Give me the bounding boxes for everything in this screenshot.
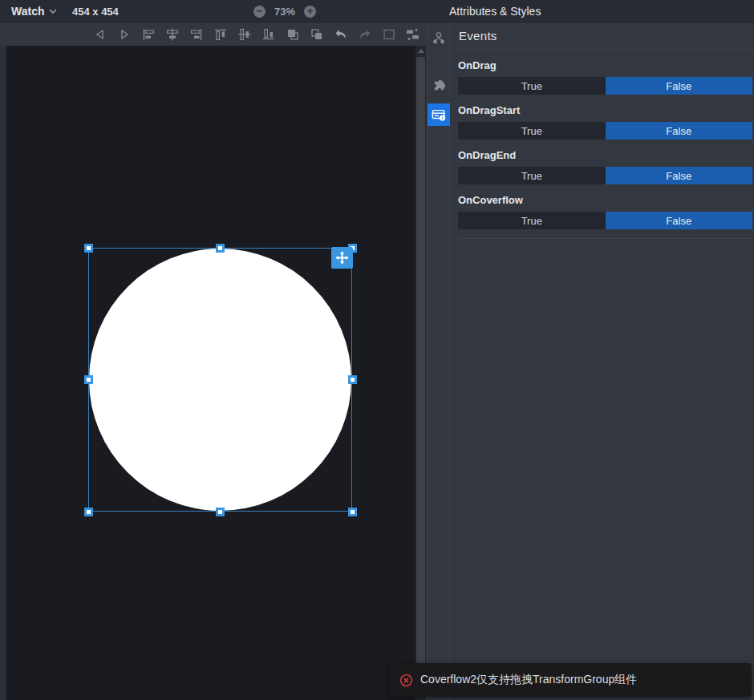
device-dropdown[interactable]: Watch xyxy=(11,0,57,22)
ondragend-true-button[interactable]: True xyxy=(458,167,606,184)
bring-forward-icon[interactable] xyxy=(285,27,300,42)
ondrag-false-button[interactable]: False xyxy=(606,77,753,95)
frame-icon[interactable] xyxy=(381,27,396,42)
zoom-controls: − 73% + xyxy=(253,0,316,22)
next-icon[interactable] xyxy=(116,27,132,42)
canvas-vertical-scrollbar[interactable] xyxy=(416,46,426,700)
ondrag-toggle: True False xyxy=(458,77,752,95)
canvas-toolbar xyxy=(0,23,427,46)
redo-icon[interactable] xyxy=(357,27,372,42)
error-circle-icon xyxy=(399,674,413,687)
app-root: Watch 454 x 454 − 73% + Attributes & Sty… xyxy=(0,0,754,700)
scrollbar-thumb[interactable] xyxy=(416,57,425,687)
selected-circle-shape[interactable] xyxy=(89,249,351,511)
align-center-horizontal-icon[interactable] xyxy=(164,27,180,42)
resize-handle-bottom-center[interactable] xyxy=(216,508,225,516)
align-top-icon[interactable] xyxy=(213,27,228,42)
panel-body: Events OnDrag True False OnDragStart Tru… xyxy=(451,22,754,700)
scroll-up-arrow[interactable] xyxy=(416,46,426,56)
events-section-title: Events xyxy=(451,22,754,50)
attributes-panel-icon[interactable]: i xyxy=(428,103,450,126)
resize-handle-top-left[interactable] xyxy=(84,244,93,253)
resize-handle-bottom-left[interactable] xyxy=(84,508,93,516)
resize-handle-middle-right[interactable] xyxy=(348,375,357,384)
prev-icon[interactable] xyxy=(92,27,107,42)
hierarchy-icon[interactable] xyxy=(428,27,450,50)
device-dropdown-label: Watch xyxy=(11,5,44,18)
event-label: OnDrag xyxy=(458,59,752,71)
attributes-panel: i Events OnDrag True False OnDragStart T… xyxy=(427,22,754,700)
oncoverflow-true-button[interactable]: True xyxy=(458,212,606,229)
event-row: OnDragEnd True False xyxy=(458,149,752,184)
event-label: OnCoverflow xyxy=(458,194,752,206)
ondragend-toggle: True False xyxy=(458,167,752,184)
events-list: OnDrag True False OnDragStart True False… xyxy=(451,59,754,239)
align-bottom-icon[interactable] xyxy=(261,27,276,42)
plugin-icon[interactable] xyxy=(428,75,450,97)
zoom-level-label: 73% xyxy=(274,6,295,18)
zoom-out-button[interactable]: − xyxy=(253,6,266,18)
event-label: OnDragStart xyxy=(458,104,752,116)
ondragend-false-button[interactable]: False xyxy=(606,167,753,184)
event-row: OnCoverflow True False xyxy=(458,194,752,229)
swap-component-icon[interactable] xyxy=(405,27,420,42)
ondragstart-true-button[interactable]: True xyxy=(458,122,606,140)
event-label: OnDragEnd xyxy=(458,149,752,161)
canvas-size-label: 454 x 454 xyxy=(72,0,119,22)
canvas-area xyxy=(0,46,427,700)
chevron-down-icon xyxy=(49,9,57,14)
error-toast: Coverflow2仅支持拖拽TransformGroup组件 xyxy=(390,663,752,697)
align-left-icon[interactable] xyxy=(140,27,156,42)
oncoverflow-false-button[interactable]: False xyxy=(606,212,753,229)
events-section-divider xyxy=(458,238,752,239)
ondrag-true-button[interactable]: True xyxy=(458,77,606,95)
event-row: OnDrag True False xyxy=(458,59,752,95)
resize-handle-bottom-right[interactable] xyxy=(348,508,357,516)
align-right-icon[interactable] xyxy=(188,27,204,42)
panel-icon-rail: i xyxy=(428,22,450,700)
move-handle-button[interactable] xyxy=(331,247,353,269)
event-row: OnDragStart True False xyxy=(458,104,752,140)
align-middle-vertical-icon[interactable] xyxy=(237,27,252,42)
zoom-in-button[interactable]: + xyxy=(304,6,316,18)
send-backward-icon[interactable] xyxy=(309,27,324,42)
ondragstart-false-button[interactable]: False xyxy=(606,122,753,140)
design-canvas[interactable] xyxy=(6,46,416,700)
toast-message: Coverflow2仅支持拖拽TransformGroup组件 xyxy=(420,673,637,687)
undo-icon[interactable] xyxy=(333,27,348,42)
move-icon xyxy=(334,250,350,265)
oncoverflow-toggle: True False xyxy=(458,212,752,229)
top-bar: Watch 454 x 454 − 73% + Attributes & Sty… xyxy=(0,0,754,22)
resize-handle-top-center[interactable] xyxy=(216,244,225,253)
panel-title: Attributes & Styles xyxy=(449,0,541,22)
ondragstart-toggle: True False xyxy=(458,122,752,140)
resize-handle-middle-left[interactable] xyxy=(84,375,93,384)
